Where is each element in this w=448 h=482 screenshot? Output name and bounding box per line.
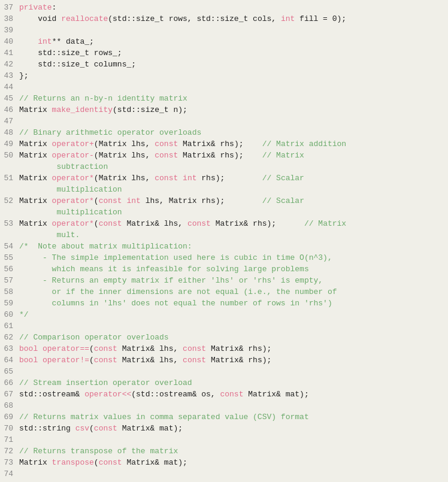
code-line: /* Note about matrix multiplication: bbox=[19, 241, 448, 253]
line-number: 62 bbox=[0, 332, 19, 344]
table-row: 56 which means it is infeasible for solv… bbox=[0, 264, 448, 275]
code-token: mult. bbox=[19, 231, 80, 240]
line-number: 50 bbox=[0, 150, 19, 162]
table-row: 66// Stream insertion operator overload bbox=[0, 378, 448, 389]
code-editor: 37private:38 void reallocate(std::size_t… bbox=[0, 0, 448, 482]
code-token: // Comparison operator overloads bbox=[19, 333, 169, 342]
code-token: const bbox=[94, 424, 117, 433]
line-number: 53 bbox=[0, 219, 19, 230]
code-token: Matrix& mat); bbox=[122, 458, 187, 467]
line-number bbox=[0, 207, 19, 219]
code-token: Matrix& rhs); bbox=[206, 344, 271, 353]
line-number: 44 bbox=[0, 82, 19, 93]
table-row: 65 bbox=[0, 366, 448, 378]
code-line: Matrix operator*(const int lhs, Matrix r… bbox=[19, 196, 448, 207]
code-line: bool operator==(const Matrix& lhs, const… bbox=[19, 344, 448, 355]
code-token: // Scalar bbox=[262, 174, 304, 183]
line-number: 42 bbox=[0, 59, 19, 71]
line-number: 65 bbox=[0, 366, 19, 378]
table-row: 73Matrix transpose(const Matrix& mat); bbox=[0, 457, 448, 469]
code-line: - The simple implementation used here is… bbox=[19, 253, 448, 264]
line-number: 56 bbox=[0, 264, 19, 275]
line-number: 39 bbox=[0, 25, 19, 37]
code-line: - Returns an empty matrix if either 'lhs… bbox=[19, 275, 448, 287]
code-line: std::ostream& operator<<(std::ostream& o… bbox=[19, 389, 448, 401]
code-token: csv bbox=[75, 424, 89, 433]
code-token: // Binary arithmetic operator overloads bbox=[19, 128, 201, 137]
code-token: : bbox=[52, 3, 57, 12]
table-row: multiplication bbox=[0, 207, 448, 219]
code-token: operator<< bbox=[84, 390, 131, 399]
code-token: }; bbox=[19, 71, 29, 80]
code-token: Matrix bbox=[19, 458, 52, 467]
code-line: std::size_t rows_; bbox=[19, 48, 448, 59]
code-token: // Returns transpose of the matrix bbox=[19, 447, 178, 456]
code-token: Matrix bbox=[19, 140, 52, 148]
code-token: Matrix& lhs, bbox=[122, 219, 187, 228]
code-token: Matrix& rhs); bbox=[178, 151, 262, 160]
table-row: 62// Comparison operator overloads bbox=[0, 332, 448, 344]
code-line: }; bbox=[19, 71, 448, 82]
code-token: // Scalar bbox=[262, 196, 304, 205]
line-number: 69 bbox=[0, 412, 19, 423]
code-token: void bbox=[19, 14, 61, 23]
code-token: // Matrix bbox=[262, 151, 304, 160]
line-number: 45 bbox=[0, 93, 19, 105]
code-token: rhs); bbox=[196, 174, 262, 183]
code-token: bool bbox=[19, 344, 43, 353]
code-token: const bbox=[155, 140, 178, 148]
code-token: Matrix& lhs, bbox=[117, 344, 183, 353]
code-line: // Binary arithmetic operator overloads bbox=[19, 128, 448, 139]
code-token: */ bbox=[19, 310, 29, 319]
line-number: 54 bbox=[0, 241, 19, 253]
table-row: 61 bbox=[0, 321, 448, 332]
code-line bbox=[19, 116, 448, 128]
code-token: const bbox=[187, 219, 211, 228]
code-line bbox=[19, 469, 448, 480]
table-row: 52Matrix operator*(const int lhs, Matrix… bbox=[0, 196, 448, 207]
code-token: Matrix bbox=[19, 151, 52, 160]
table-row: 55 - The simple implementation used here… bbox=[0, 253, 448, 264]
code-line: // Returns matrix values in comma separa… bbox=[19, 412, 448, 423]
line-number bbox=[0, 184, 19, 196]
code-line: // Comparison operator overloads bbox=[19, 332, 448, 344]
code-token: multiplication bbox=[19, 185, 122, 194]
table-row: 68 bbox=[0, 401, 448, 412]
table-row: 49Matrix operator+(Matrix lhs, const Mat… bbox=[0, 139, 448, 150]
code-line: multiplication bbox=[19, 207, 448, 219]
code-token: reallocate bbox=[61, 14, 108, 23]
code-line: */ bbox=[19, 310, 448, 321]
table-row: 53Matrix operator*(const Matrix& lhs, co… bbox=[0, 219, 448, 230]
line-number: 61 bbox=[0, 321, 19, 332]
code-token: bool bbox=[19, 356, 43, 365]
code-line: std::string csv(const Matrix& mat); bbox=[19, 423, 448, 435]
code-token: std::size_t columns_; bbox=[19, 60, 136, 69]
code-token: const bbox=[155, 174, 178, 183]
code-token: int bbox=[38, 37, 52, 46]
table-row: 60*/ bbox=[0, 310, 448, 321]
code-token: fill = 0); bbox=[295, 14, 346, 23]
table-row: subtraction bbox=[0, 162, 448, 173]
code-token: // Returns an n-by-n identity matrix bbox=[19, 94, 187, 103]
code-line bbox=[19, 435, 448, 446]
code-line: Matrix operator*(Matrix lhs, const int r… bbox=[19, 173, 448, 184]
code-token: const bbox=[99, 219, 122, 228]
table-row: 59 columns in 'lhs' does not equal the n… bbox=[0, 298, 448, 310]
code-line: private: bbox=[19, 2, 448, 14]
table-row: mult. bbox=[0, 230, 448, 241]
table-row: 71 bbox=[0, 435, 448, 446]
code-token: Matrix bbox=[19, 196, 52, 205]
line-number: 66 bbox=[0, 378, 19, 389]
line-number: 47 bbox=[0, 116, 19, 128]
line-number: 55 bbox=[0, 253, 19, 264]
table-row: 39 bbox=[0, 25, 448, 37]
code-line: subtraction bbox=[19, 162, 448, 173]
code-token: // Matrix addition bbox=[262, 140, 346, 148]
table-row: 70std::string csv(const Matrix& mat); bbox=[0, 423, 448, 435]
code-line: which means it is infeasible for solving… bbox=[19, 264, 448, 275]
table-row: 58 or if the inner dimensions are not eq… bbox=[0, 287, 448, 298]
line-number: 51 bbox=[0, 173, 19, 184]
code-line: void reallocate(std::size_t rows, std::s… bbox=[19, 14, 448, 25]
code-token: operator!= bbox=[43, 356, 89, 365]
table-row: 38 void reallocate(std::size_t rows, std… bbox=[0, 14, 448, 25]
